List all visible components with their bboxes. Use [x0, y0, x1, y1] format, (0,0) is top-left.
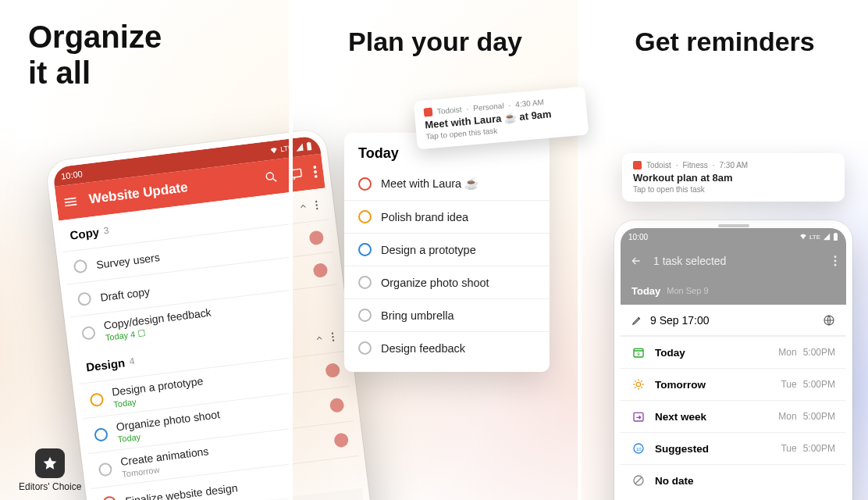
- task-checkbox[interactable]: [358, 309, 372, 322]
- schedule-today[interactable]: 9 Today Mon 5:00PM: [621, 336, 846, 368]
- task-checkbox[interactable]: [98, 462, 112, 477]
- date-time-input-row[interactable]: 9 Sep 17:00: [621, 305, 846, 336]
- task-checkbox[interactable]: [81, 326, 96, 341]
- notif-subtitle: Tap to open this task: [633, 185, 834, 194]
- calendar-arrow-icon: [631, 409, 646, 423]
- section-count: 4: [129, 355, 135, 367]
- section-count: 3: [103, 225, 109, 237]
- editors-choice-label: Editors' Choice: [19, 481, 81, 492]
- task-title: Design a prototype: [381, 244, 476, 256]
- wifi-icon: [269, 145, 279, 155]
- today-header: Today Mon Sep 9: [621, 277, 846, 305]
- wifi-icon: [799, 233, 807, 241]
- suggested-icon: 10: [631, 441, 646, 455]
- battery-icon: [833, 233, 838, 241]
- schedule-label: Next week: [655, 411, 706, 423]
- task-checkbox[interactable]: [73, 259, 88, 274]
- task-checkbox[interactable]: [89, 392, 104, 407]
- todoist-app-icon: [424, 108, 433, 117]
- signal-icon: [823, 233, 831, 241]
- schedule-day: Mon: [778, 411, 796, 422]
- svg-text:9: 9: [637, 352, 640, 356]
- lte-label: LTE: [809, 234, 820, 241]
- task-row[interactable]: Design a prototype: [344, 233, 550, 266]
- task-row[interactable]: Meet with Laura ☕: [344, 168, 550, 200]
- schedule-label: No date: [655, 475, 694, 487]
- reminder-notification[interactable]: Todoist · Fitness · 7:30 AM Workout plan…: [622, 153, 845, 202]
- task-checkbox[interactable]: [94, 427, 108, 441]
- task-checkbox[interactable]: [102, 495, 117, 500]
- task-title: Bring umbrella: [381, 309, 454, 322]
- task-checkbox[interactable]: [358, 210, 372, 223]
- schedule-label: Tomorrow: [655, 379, 706, 391]
- editors-choice: Editors' Choice: [19, 448, 81, 492]
- schedule-label: Suggested: [655, 443, 709, 455]
- task-checkbox[interactable]: [358, 177, 372, 191]
- svg-point-16: [834, 260, 837, 262]
- search-icon[interactable]: [263, 170, 279, 185]
- task-title: Polish brand idea: [381, 211, 468, 223]
- task-title: Organize photo shoot: [381, 277, 489, 289]
- today-date: Mon Sep 9: [667, 286, 708, 295]
- svg-point-21: [636, 382, 640, 386]
- today-card: Today Meet with Laura ☕ Polish brand ide…: [344, 133, 550, 372]
- phone-mockup: 10:00 LTE 1 task selected: [614, 220, 852, 500]
- sun-icon: [631, 377, 646, 391]
- schedule-suggested[interactable]: 10 Suggested Tue 5:00PM: [621, 432, 846, 464]
- task-checkbox[interactable]: [358, 243, 372, 256]
- panel3-heading: Get reminders: [582, 27, 868, 57]
- schedule-day: Tue: [781, 443, 796, 454]
- svg-rect-14: [834, 233, 837, 234]
- task-row[interactable]: Polish brand idea: [344, 200, 550, 233]
- selection-count: 1 task selected: [653, 255, 726, 267]
- svg-text:10: 10: [636, 447, 642, 452]
- task-row[interactable]: Bring umbrella: [344, 298, 550, 331]
- schedule-time: 5:00PM: [803, 443, 835, 454]
- no-date-icon: [631, 473, 646, 488]
- notif-title: Workout plan at 8am: [633, 172, 834, 184]
- schedule-day: Mon: [778, 347, 796, 358]
- today-label: Today: [631, 285, 660, 297]
- status-bar: 10:00 LTE: [621, 228, 846, 245]
- pencil-icon: [631, 315, 642, 326]
- notif-meta: Todoist · Fitness · 7:30 AM: [633, 161, 834, 170]
- section-name: Copy: [69, 225, 100, 241]
- svg-point-2: [266, 173, 274, 180]
- task-checkbox[interactable]: [358, 341, 372, 355]
- svg-rect-22: [634, 412, 643, 421]
- schedule-no-date[interactable]: No date: [621, 464, 846, 496]
- star-badge-icon: [35, 448, 65, 478]
- schedule-time: 5:00PM: [803, 411, 835, 422]
- todoist-app-icon: [633, 161, 642, 170]
- schedule-day: Tue: [781, 379, 796, 390]
- back-icon[interactable]: [630, 255, 642, 267]
- task-checkbox[interactable]: [77, 291, 92, 306]
- task-title: Survey users: [95, 251, 160, 271]
- panel1-heading: Organize it all: [28, 19, 162, 91]
- task-checkbox[interactable]: [358, 276, 372, 289]
- schedule-options: 9 Today Mon 5:00PM Tomorrow Tue 5:00PM: [621, 336, 846, 496]
- task-title: Design feedback: [381, 342, 465, 355]
- status-time: 10:00: [61, 169, 84, 180]
- svg-point-17: [834, 264, 837, 266]
- task-title: Draft copy: [100, 284, 151, 303]
- panel2-heading: Plan your day: [293, 27, 578, 57]
- schedule-time: 5:00PM: [803, 379, 835, 390]
- schedule-next-week[interactable]: Next week Mon 5:00PM: [621, 400, 846, 432]
- task-row[interactable]: Organize photo shoot: [344, 266, 550, 298]
- menu-icon[interactable]: [62, 193, 79, 210]
- task-title: Finalize website design: [125, 481, 239, 500]
- svg-rect-13: [834, 234, 838, 241]
- selection-bar: 1 task selected: [621, 245, 846, 277]
- date-time-value: 9 Sep 17:00: [650, 314, 815, 327]
- task-row[interactable]: Design feedback: [344, 331, 550, 364]
- globe-icon[interactable]: [823, 314, 835, 327]
- status-time: 10:00: [628, 233, 648, 241]
- calendar-today-icon: 9: [631, 345, 646, 359]
- schedule-tomorrow[interactable]: Tomorrow Tue 5:00PM: [621, 368, 846, 400]
- schedule-time: 5:00PM: [803, 347, 835, 358]
- section-name: Design: [85, 355, 126, 373]
- overflow-icon[interactable]: [834, 255, 837, 266]
- schedule-label: Today: [655, 347, 685, 359]
- task-title: Meet with Laura ☕: [381, 177, 478, 191]
